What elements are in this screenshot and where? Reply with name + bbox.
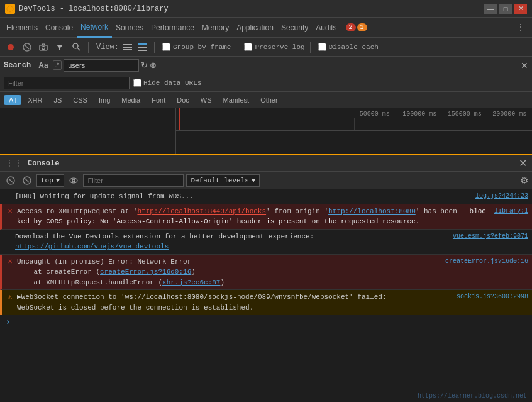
search-network-button[interactable] bbox=[69, 40, 83, 54]
eye-button[interactable] bbox=[67, 174, 80, 187]
audits-label: Audits bbox=[316, 23, 336, 32]
info-icon bbox=[4, 192, 13, 201]
tab-network[interactable]: Network bbox=[77, 18, 112, 38]
resource-tab-media[interactable]: Media bbox=[116, 95, 145, 105]
resource-tab-manifest[interactable]: Manifest bbox=[218, 95, 255, 105]
console-context-label: top bbox=[41, 177, 53, 184]
svg-rect-13 bbox=[138, 47, 147, 48]
clear-console-button[interactable] bbox=[4, 174, 18, 187]
log-source-hmr[interactable]: log.js?4244:23 bbox=[475, 191, 528, 199]
hide-data-urls-option: Hide data URLs bbox=[133, 79, 201, 87]
preserve-log-option: Preserve log bbox=[244, 43, 304, 51]
default-levels-selector[interactable]: Default levels ▼ bbox=[186, 174, 260, 187]
log-source-vue[interactable]: vue.esm.js?efeb:9071 bbox=[453, 232, 528, 240]
tab-console[interactable]: Console bbox=[42, 18, 77, 38]
timeline-label-150k: 150000 ms bbox=[442, 111, 487, 118]
case-sensitive-button[interactable]: Aa bbox=[36, 60, 50, 71]
console-title: Console bbox=[28, 159, 59, 168]
regex-button[interactable]: .* bbox=[53, 60, 62, 70]
clear-search-button[interactable]: ⊗ bbox=[150, 60, 157, 70]
resource-tab-xhr[interactable]: XHR bbox=[23, 95, 47, 105]
tab-performance[interactable]: Performance bbox=[147, 18, 198, 38]
resource-tab-js[interactable]: JS bbox=[48, 95, 67, 105]
console-close-button[interactable]: ✕ bbox=[519, 157, 527, 169]
levels-dropdown-icon: ▼ bbox=[252, 177, 256, 184]
minimize-button[interactable]: — bbox=[484, 4, 497, 14]
stop-console-button[interactable] bbox=[20, 174, 34, 187]
tab-security[interactable]: Security bbox=[277, 18, 312, 38]
tab-memory[interactable]: Memory bbox=[198, 18, 233, 38]
log-source-cors[interactable]: library:1 bbox=[494, 206, 528, 215]
log-text-cors: Access to XMLHttpRequest at 'http://loca… bbox=[17, 206, 489, 227]
resource-tab-font[interactable]: Font bbox=[147, 95, 170, 105]
timeline-labels: 50000 ms 100000 ms 150000 ms 200000 ms bbox=[352, 111, 532, 118]
stop-record-button[interactable] bbox=[20, 40, 34, 54]
resource-tab-other[interactable]: Other bbox=[255, 95, 283, 105]
filter-input[interactable] bbox=[4, 77, 130, 89]
resource-tab-all[interactable]: All bbox=[4, 95, 21, 105]
refresh-search-button[interactable]: ↻ bbox=[141, 60, 148, 70]
disable-cache-checkbox[interactable] bbox=[318, 43, 326, 51]
tab-elements[interactable]: Elements bbox=[3, 18, 42, 38]
svg-rect-9 bbox=[123, 44, 132, 45]
prompt-icon: › bbox=[4, 318, 13, 327]
svg-line-18 bbox=[25, 179, 29, 182]
tab-application[interactable]: Application bbox=[233, 18, 277, 38]
group-by-frame-checkbox[interactable] bbox=[162, 43, 170, 51]
console-context-selector[interactable]: top ▼ bbox=[36, 174, 64, 187]
camera-button[interactable] bbox=[36, 40, 50, 54]
log-text-hmr: [HMR] Waiting for update signal from WDS… bbox=[15, 191, 470, 202]
vue-devtools-link[interactable]: https://github.com/vuejs/vue-devtools bbox=[15, 243, 169, 250]
svg-point-1 bbox=[8, 44, 14, 50]
application-label: Application bbox=[236, 23, 274, 32]
more-tabs-button[interactable]: ⋮ bbox=[512, 23, 529, 32]
console-settings-button[interactable]: ⚙ bbox=[520, 175, 528, 186]
memory-label: Memory bbox=[202, 23, 229, 32]
svg-rect-12 bbox=[138, 43, 147, 45]
svg-marker-0 bbox=[7, 6, 13, 12]
hide-data-urls-checkbox[interactable] bbox=[133, 79, 141, 87]
tab-audits[interactable]: Audits bbox=[312, 18, 340, 38]
svg-point-5 bbox=[42, 46, 45, 49]
log-text-vue: Download the Vue Devtools extension for … bbox=[15, 232, 448, 252]
log-text-prompt[interactable] bbox=[15, 317, 528, 328]
resource-tab-img[interactable]: Img bbox=[94, 95, 115, 105]
resource-tab-css[interactable]: CSS bbox=[68, 95, 92, 105]
drag-handle-icon: ⋮⋮ bbox=[5, 158, 23, 169]
search-input[interactable] bbox=[64, 59, 139, 72]
xhr-link[interactable]: xhr.js?ec6c:87 bbox=[162, 279, 220, 286]
preserve-log-checkbox[interactable] bbox=[244, 43, 252, 51]
svg-rect-11 bbox=[123, 49, 132, 50]
close-button[interactable]: ✕ bbox=[514, 4, 527, 14]
tab-sources[interactable]: Sources bbox=[112, 18, 147, 38]
timeline-label-200k: 200000 ms bbox=[487, 111, 533, 118]
search-title: Search bbox=[4, 61, 31, 70]
log-source-websocket[interactable]: sockjs.js?3600:2998 bbox=[457, 292, 528, 300]
console-filter-input[interactable] bbox=[83, 174, 184, 187]
cors-url-link[interactable]: http://localhost:8443/api/books bbox=[137, 208, 266, 215]
resource-tab-doc[interactable]: Doc bbox=[172, 95, 194, 105]
filter-button[interactable] bbox=[53, 40, 67, 54]
log-entry-prompt: › bbox=[0, 315, 532, 330]
large-view-button[interactable] bbox=[136, 41, 149, 53]
resource-tab-ws[interactable]: WS bbox=[196, 95, 217, 105]
create-error-link[interactable]: createError.js?16d0:16 bbox=[100, 268, 191, 276]
view-label: View: bbox=[96, 43, 119, 52]
cors-origin-link[interactable]: http://localhost:8080 bbox=[328, 208, 416, 215]
list-view-button[interactable] bbox=[121, 41, 134, 53]
svg-line-8 bbox=[77, 48, 80, 50]
window-controls: — □ ✕ bbox=[484, 4, 527, 14]
record-button[interactable] bbox=[4, 40, 18, 54]
network-timeline-area: 50000 ms 100000 ms 150000 ms 200000 ms bbox=[176, 108, 532, 154]
devtools-body: Elements Console Network Sources Perform… bbox=[0, 18, 532, 402]
error-icon-network: ✕ bbox=[6, 257, 14, 266]
context-dropdown-icon: ▼ bbox=[56, 177, 60, 184]
sources-label: Sources bbox=[116, 23, 143, 32]
log-source-network-error[interactable]: createError.js?16d0:16 bbox=[445, 257, 528, 265]
default-levels-label: Default levels bbox=[191, 177, 248, 184]
search-close-button[interactable]: ✕ bbox=[521, 60, 528, 70]
network-main: 50000 ms 100000 ms 150000 ms 200000 ms bbox=[0, 108, 532, 154]
log-entry-websocket: ⚠ ▶WebSocket connection to 'ws://localho… bbox=[0, 290, 532, 315]
svg-point-7 bbox=[73, 43, 78, 48]
maximize-button[interactable]: □ bbox=[499, 4, 512, 14]
